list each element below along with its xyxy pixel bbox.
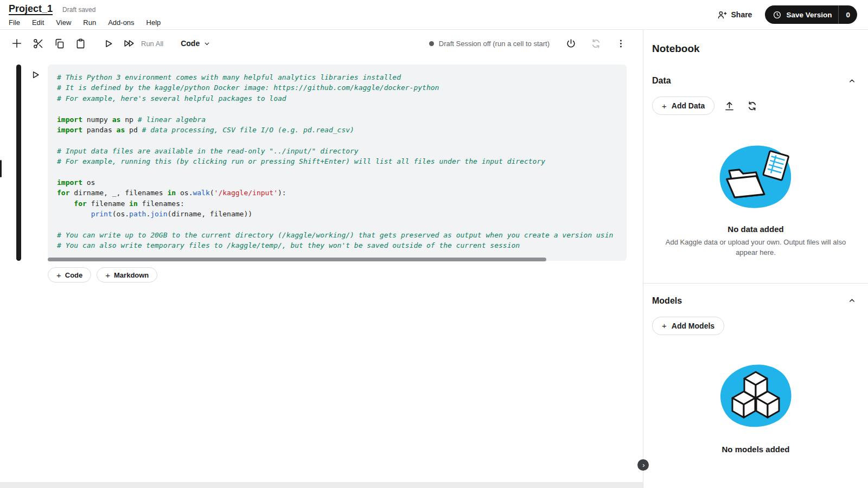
code-line: # This Python 3 environment comes with m…	[57, 72, 627, 82]
menubar: FileEditViewRunAdd-onsHelp	[9, 18, 161, 27]
header-left: Project_1 Draft saved FileEditViewRunAdd…	[9, 3, 161, 27]
chevron-up-icon	[848, 297, 856, 305]
code-line: import numpy as np # linear algebra	[57, 114, 627, 125]
cell-type-label: Code	[181, 39, 200, 48]
vertical-scroll-indicator	[0, 160, 2, 177]
add-cell-row: + Code + Markdown	[48, 267, 157, 282]
run-cell-toolbar-button[interactable]	[100, 35, 116, 52]
session-status-dot	[429, 41, 434, 46]
add-code-label: Code	[65, 271, 83, 279]
code-line	[57, 167, 627, 177]
menu-item-edit[interactable]: Edit	[32, 18, 44, 27]
add-models-label: Add Models	[672, 322, 714, 330]
code-line: # You can also write temporary files to …	[57, 240, 627, 251]
notebook-toolbar: Run All Code Draft Session off (run a ce…	[0, 30, 643, 57]
add-markdown-cell-button[interactable]: + Markdown	[97, 267, 157, 282]
run-cell-button[interactable]	[27, 67, 43, 83]
menu-item-addons[interactable]: Add-ons	[108, 18, 134, 27]
clipboard-icon	[75, 38, 86, 49]
main-horizontal-scrollbar-track[interactable]	[0, 482, 643, 488]
models-section-collapse-button[interactable]	[844, 293, 859, 309]
header-right: Share Save Version 0	[716, 5, 858, 24]
models-section-header: Models	[652, 293, 859, 309]
chevron-right-icon: ›	[642, 461, 644, 468]
sync-data-button[interactable]	[744, 98, 760, 114]
cell-focus-bar[interactable]	[16, 65, 21, 261]
chevron-down-icon	[203, 40, 210, 47]
add-models-button[interactable]: + Add Models	[652, 317, 724, 335]
version-count[interactable]: 0	[839, 11, 857, 19]
no-data-description: Add Kaggle data or upload your own. Outp…	[661, 237, 850, 258]
session-status-text: Draft Session off (run a cell to start)	[439, 40, 550, 48]
chevron-up-icon	[848, 77, 856, 85]
upload-data-button[interactable]	[721, 98, 737, 114]
more-options-button[interactable]	[612, 35, 629, 52]
no-data-illustration	[652, 143, 859, 211]
copy-cell-button[interactable]	[51, 35, 67, 52]
menu-item-file[interactable]: File	[9, 18, 20, 27]
session-status: Draft Session off (run a cell to start)	[429, 40, 550, 48]
code-line: print(os.path.join(dirname, filename))	[57, 209, 627, 219]
add-code-cell-button[interactable]: + Code	[48, 267, 91, 282]
add-cell-button[interactable]	[9, 35, 25, 52]
cell-type-dropdown[interactable]: Code	[177, 38, 214, 48]
power-session-button[interactable]	[563, 35, 579, 52]
play-outline-icon	[30, 69, 41, 80]
code-line: # It is defined by the kaggle/python Doc…	[57, 82, 627, 93]
share-label: Share	[731, 10, 752, 19]
code-line: import pandas as pd # data processing, C…	[57, 125, 627, 135]
models-actions-row: + Add Models	[652, 317, 859, 335]
add-data-label: Add Data	[672, 101, 705, 110]
run-all-label[interactable]: Run All	[141, 40, 163, 48]
plus-icon: +	[56, 271, 61, 279]
upload-icon	[724, 100, 735, 112]
run-all-button[interactable]	[121, 35, 137, 52]
title-row: Project_1 Draft saved	[9, 3, 161, 15]
kebab-menu-icon	[616, 38, 626, 49]
play-icon	[103, 38, 114, 49]
toolbar-right: Draft Session off (run a cell to start)	[429, 35, 629, 52]
cut-cell-button[interactable]	[30, 35, 46, 52]
data-section-collapse-button[interactable]	[844, 73, 859, 88]
clock-icon	[773, 10, 782, 20]
code-line: import os	[57, 177, 627, 188]
no-data-title: No data added	[652, 224, 859, 234]
plus-icon: +	[662, 102, 667, 110]
share-button[interactable]: Share	[716, 8, 754, 22]
menu-item-view[interactable]: View	[56, 18, 71, 27]
add-data-button[interactable]: + Add Data	[652, 97, 714, 115]
cell-horizontal-scrollbar[interactable]	[48, 258, 546, 261]
code-line: # For example, here's several helpful pa…	[57, 93, 627, 104]
menu-item-run[interactable]: Run	[83, 18, 96, 27]
restart-session-button[interactable]	[588, 35, 604, 52]
notebook-title[interactable]: Project_1	[9, 3, 53, 15]
plus-icon	[11, 37, 23, 49]
code-line: for dirname, _, filenames in os.walk('/k…	[57, 188, 627, 198]
draft-saved-status: Draft saved	[62, 6, 95, 14]
restart-icon	[590, 38, 602, 49]
main-row: Run All Code Draft Session off (run a ce…	[0, 30, 868, 488]
save-version-label: Save Version	[786, 11, 832, 19]
no-models-title: No models added	[652, 445, 859, 454]
no-models-illustration	[652, 360, 859, 432]
code-line	[57, 135, 627, 145]
sync-icon	[746, 100, 758, 112]
save-version-main: Save Version	[765, 10, 838, 20]
save-version-button[interactable]: Save Version 0	[765, 5, 857, 24]
sidebar-section-divider	[643, 283, 868, 284]
sidebar-title: Notebook	[652, 43, 859, 55]
notebook-sidebar: Notebook Data + Add Data	[643, 30, 868, 488]
code-line	[57, 219, 627, 229]
data-section-title: Data	[652, 76, 671, 86]
code-line	[57, 104, 627, 114]
plus-icon: +	[105, 271, 110, 279]
sidebar-collapse-toggle[interactable]: ›	[637, 459, 649, 471]
menu-item-help[interactable]: Help	[146, 18, 161, 27]
scissors-icon	[33, 38, 44, 49]
data-actions-row: + Add Data	[652, 97, 859, 115]
data-section-header: Data	[652, 73, 859, 88]
code-line: for filename in filenames:	[57, 198, 627, 209]
paste-cell-button[interactable]	[72, 35, 88, 52]
models-section-title: Models	[652, 296, 682, 306]
code-cell-editor[interactable]: # This Python 3 environment comes with m…	[48, 65, 627, 261]
